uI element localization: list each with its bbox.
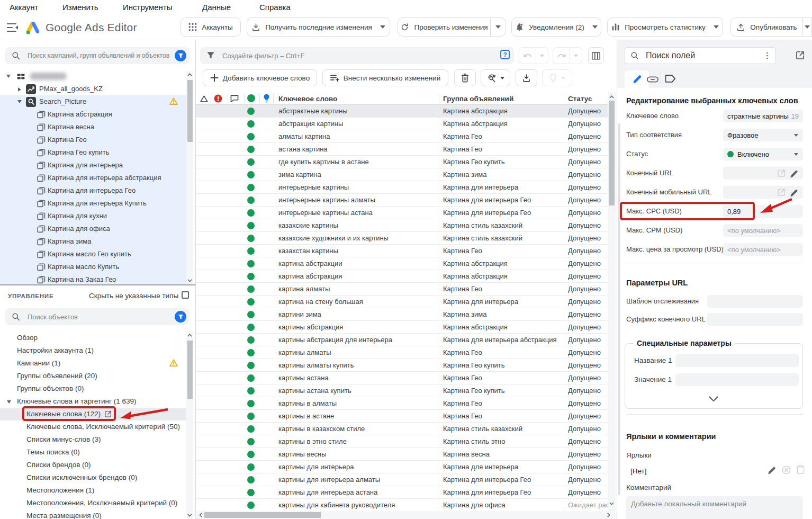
keyword-row[interactable]: интерьерные картины астанаКартина для ин… xyxy=(196,207,608,219)
manage-item-9[interactable]: Темы поиска (0) xyxy=(0,446,186,459)
menu-item-4[interactable]: Справка xyxy=(259,3,291,12)
manage-item-0[interactable]: Обзор xyxy=(0,332,186,344)
tree-item-account[interactable] xyxy=(0,70,186,83)
keyword-row[interactable]: интерьерные картиныКартина для интерьера… xyxy=(196,181,608,194)
keyword-row[interactable]: картины весныКартина веснаДопущено xyxy=(196,448,608,461)
keyword-row[interactable]: где купить картины в астанеКартина Гео к… xyxy=(196,156,608,168)
manage-item-13[interactable]: Местоположения, Исключаемый критерий (0) xyxy=(0,497,186,509)
tree-item-adgroup[interactable]: Картина для офиса xyxy=(0,222,186,235)
tree-item-adgroup[interactable]: Картина зима xyxy=(0,235,186,248)
copy-labels-icon[interactable] xyxy=(797,465,805,476)
table-vertical-scrollbar[interactable] xyxy=(608,92,616,519)
manage-item-2[interactable]: Кампании (1) xyxy=(0,357,186,370)
tracking-template-input[interactable] xyxy=(707,295,803,308)
edit-labels-icon[interactable] xyxy=(768,466,777,477)
tree-item-adgroup[interactable]: Картина абстракция xyxy=(0,108,186,121)
keyword-row[interactable]: абстракция картиныКартина абстракцияДопу… xyxy=(196,118,608,130)
edit-pencil-icon[interactable] xyxy=(790,188,799,197)
collapse-sidebar-icon[interactable] xyxy=(7,23,20,34)
param-name1-input[interactable] xyxy=(675,354,799,367)
expand-more-icon[interactable] xyxy=(709,395,718,404)
publish-button[interactable]: Опубликовать xyxy=(730,17,803,37)
manage-item-1[interactable]: Настройки аккаунта (1) xyxy=(0,344,186,357)
keyword-row[interactable]: картины алматы купитьКартина Гео купитьД… xyxy=(196,359,608,372)
keyword-row[interactable]: казахские художники и их картиныКартина … xyxy=(196,232,608,245)
keyword-row[interactable]: интерьерные картины алматыКартина для ин… xyxy=(196,194,608,207)
keyword-row[interactable]: казахские картиныКартина стиль казахский… xyxy=(196,219,608,232)
tree-item-adgroup[interactable]: Картина для интерьера абстракция xyxy=(0,172,186,184)
keyword-row[interactable]: картины для интерьера алматыКартина для … xyxy=(196,473,608,486)
manage-item-4[interactable]: Группы объектов (0) xyxy=(0,382,186,395)
menu-item-2[interactable]: Инструменты xyxy=(123,3,173,12)
manage-item-12[interactable]: Местоположения (1) xyxy=(0,484,186,497)
keyword-input[interactable]: страктные картины19 xyxy=(723,110,803,122)
view-statistics-button[interactable]: Просмотреть статистику xyxy=(607,17,723,37)
manage-item-10[interactable]: Списки брендов (0) xyxy=(0,459,186,471)
tree-item-adgroup[interactable]: Картина Гео купить xyxy=(0,146,186,159)
tree-item-adgroup[interactable]: Картина масло Гео купить xyxy=(0,248,186,261)
keyword-row[interactable]: картины в алматыКартина ГеоДопущено xyxy=(196,397,608,410)
publish-dropdown[interactable] xyxy=(803,17,812,37)
tree-item-campaign-search-picture[interactable]: Search_Picture xyxy=(0,95,186,108)
scroll-up-icon[interactable] xyxy=(608,93,616,101)
manage-item-8[interactable]: Списки минус-слов (3) xyxy=(0,433,186,446)
tree-item-adgroup[interactable]: Картина масло Купить xyxy=(0,261,186,273)
tree-item-adgroup[interactable]: Картина для кухни xyxy=(0,210,186,222)
keyword-row[interactable]: абстрактные картиныКартина абстракцияДоп… xyxy=(196,105,608,118)
campaign-tree-scrollbar[interactable] xyxy=(186,71,193,285)
keyword-row[interactable]: картины астанаКартина ГеоДопущено xyxy=(196,372,608,384)
manage-item-3[interactable]: Группы объявлений (20) xyxy=(0,370,186,382)
check-changes-dropdown[interactable] xyxy=(491,17,506,37)
scroll-left-icon[interactable] xyxy=(197,511,204,519)
keyword-row[interactable]: алматы картинаКартина ГеоДопущено xyxy=(196,130,608,143)
manage-list-scrollbar[interactable] xyxy=(186,332,193,519)
edit-pencil-icon[interactable] xyxy=(790,169,799,178)
keyword-row[interactable]: картины для интерьераКартина для интерье… xyxy=(196,461,608,473)
notifications-button[interactable]: Уведомления (2) xyxy=(511,17,601,37)
keyword-row[interactable]: картины астана купитьКартина Гео купитьД… xyxy=(196,384,608,397)
menu-item-3[interactable]: Данные xyxy=(202,3,231,12)
manage-item-11[interactable]: Списки исключенных брендов (0) xyxy=(0,471,186,484)
get-recent-changes-button[interactable]: Получить последние изменения xyxy=(247,17,390,37)
keyword-row[interactable]: зима картинаКартина зимаДопущено xyxy=(196,168,608,181)
scroll-down-icon[interactable] xyxy=(186,512,193,519)
param-value1-input[interactable] xyxy=(675,373,799,386)
collapse-icon[interactable] xyxy=(7,400,11,404)
keyword-row[interactable]: картины для интерьера астанаКартина для … xyxy=(196,486,608,499)
match-type-select[interactable]: Фразовое xyxy=(723,129,803,141)
manage-item-7[interactable]: Ключевые слова, Исключаемый критерий (50… xyxy=(0,420,186,433)
tree-item-campaign-pmax[interactable]: PMax_all_goods_KZ xyxy=(0,83,186,95)
keyword-row[interactable]: картины в астанеКартина ГеоДопущено xyxy=(196,410,608,423)
scrollbar-thumb[interactable] xyxy=(609,101,615,205)
max-cpm-input[interactable]: <по умолчанию> xyxy=(723,224,803,237)
menu-item-0[interactable]: Аккаунт xyxy=(10,3,38,12)
tree-item-adgroup[interactable]: Картина на Заказ Гео xyxy=(0,273,186,285)
tree-item-adgroup[interactable]: Картина весна xyxy=(0,121,186,133)
keyword-row[interactable]: картина абстракцииКартина абстракцияДопу… xyxy=(196,257,608,270)
keyword-row[interactable]: картина алматыКартина ГеоДопущено xyxy=(196,283,608,296)
keyword-row[interactable]: картины алматыКартина ГеоДопущено xyxy=(196,346,608,359)
comment-textarea[interactable]: Добавьте локальный комментарий xyxy=(626,496,803,519)
final-url-input[interactable] xyxy=(723,167,803,180)
status-select[interactable]: Включено xyxy=(723,148,803,160)
scroll-down-icon[interactable] xyxy=(186,277,193,284)
collapse-icon[interactable] xyxy=(6,75,11,78)
scrollbar-thumb[interactable] xyxy=(204,512,321,518)
tree-item-adgroup[interactable]: Картина для интерьера Купить xyxy=(0,197,186,210)
keyword-row[interactable]: картина абстракцияКартина абстракцияДопу… xyxy=(196,270,608,283)
keyword-row[interactable]: картины абстракцияКартина абстракцияДопу… xyxy=(196,321,608,334)
open-external-icon[interactable] xyxy=(104,410,112,419)
final-url-suffix-input[interactable] xyxy=(707,313,803,326)
accounts-button[interactable]: Аккаунты xyxy=(181,17,241,37)
scroll-right-icon[interactable] xyxy=(605,511,612,519)
scroll-up-icon[interactable] xyxy=(186,71,193,78)
keyword-row[interactable]: картины абстракция для интерьераКартина … xyxy=(196,334,608,346)
keyword-row[interactable]: картины в казахском стилеКартина стиль к… xyxy=(196,423,608,435)
tree-item-adgroup[interactable]: Картина для интерьера xyxy=(0,159,186,172)
expand-icon[interactable] xyxy=(18,87,21,92)
check-changes-button[interactable]: Проверить изменения xyxy=(398,17,491,37)
scrollbar-thumb[interactable] xyxy=(187,341,193,399)
keyword-row[interactable]: казахстан картиныКартина ГеоДопущено xyxy=(196,245,608,257)
menu-item-1[interactable]: Изменить xyxy=(62,3,98,12)
tree-item-adgroup[interactable]: Картина для интерьера Гео xyxy=(0,184,186,197)
